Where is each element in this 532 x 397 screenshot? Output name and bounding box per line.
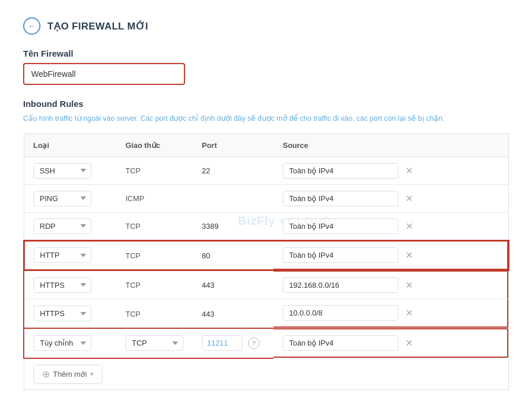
table-row: HTTP TCP 80 ✕ xyxy=(24,240,509,270)
remove-button[interactable]: ✕ xyxy=(403,335,415,351)
remove-button[interactable]: ✕ xyxy=(403,277,415,293)
port-text: 22 xyxy=(202,166,210,175)
port-text: 443 xyxy=(202,281,215,290)
firewall-name-section: Tên Firewall xyxy=(23,49,509,99)
source-input[interactable] xyxy=(283,163,398,179)
add-icon: ⊕ xyxy=(42,369,50,380)
inbound-rules-section: Inbound Rules Cấu hình traffic từ ngoài … xyxy=(23,99,509,390)
col-source: Source xyxy=(274,133,509,157)
page-header: ← TẠO FIREWALL MỚI xyxy=(23,17,509,35)
rule-type-select[interactable]: PING xyxy=(34,191,91,206)
source-input[interactable] xyxy=(283,335,398,351)
remove-button[interactable]: ✕ xyxy=(403,218,415,234)
add-new-label: Thêm mới xyxy=(53,370,87,379)
protocol-text: TCP xyxy=(125,310,141,318)
inbound-rules-desc: Cấu hình traffic từ ngoài vào server. Cá… xyxy=(23,113,509,124)
port-text: 3389 xyxy=(202,222,219,231)
col-giao-thuc: Giao thức xyxy=(116,133,193,157)
protocol-text: TCP xyxy=(125,281,141,290)
table-header-row: Loại Giao thức Port Source xyxy=(24,133,509,157)
rule-type-select[interactable]: SSH xyxy=(34,163,91,179)
port-text: 443 xyxy=(202,310,215,318)
rule-type-select[interactable]: HTTPS xyxy=(34,277,91,293)
remove-button[interactable]: ✕ xyxy=(403,305,415,321)
table-row: RDP TCP 3389 ✕ xyxy=(24,212,509,240)
protocol-text: TCP xyxy=(125,166,141,175)
protocol-select[interactable]: TCP xyxy=(125,335,183,351)
rule-type-select[interactable]: HTTP xyxy=(34,247,91,263)
remove-button[interactable]: ✕ xyxy=(403,191,415,206)
help-button[interactable]: ? xyxy=(248,337,260,349)
table-row: HTTPS TCP 443 ✕ xyxy=(24,270,509,299)
protocol-text: TCP xyxy=(125,222,141,231)
protocol-text: TCP xyxy=(125,251,141,260)
col-port: Port xyxy=(193,133,274,157)
port-input[interactable] xyxy=(202,335,242,351)
table-row: HTTPS TCP 443 ✕ xyxy=(24,299,509,328)
firewall-name-input[interactable] xyxy=(23,63,185,85)
inbound-rules-title: Inbound Rules xyxy=(23,99,509,109)
source-input[interactable] xyxy=(283,247,398,263)
back-icon: ← xyxy=(28,21,36,31)
protocol-text: ICMP xyxy=(125,194,145,203)
chevron-down-icon: ▾ xyxy=(90,370,94,378)
rule-type-select[interactable]: RDP xyxy=(34,218,91,234)
table-row: PING ICMP ✕ xyxy=(24,184,509,212)
add-new-row: ⊕ Thêm mới ▾ xyxy=(24,358,509,390)
port-text: 80 xyxy=(202,251,210,260)
rule-type-select[interactable]: Tùy chỉnh xyxy=(34,335,91,351)
back-button[interactable]: ← xyxy=(23,17,40,35)
source-input[interactable] xyxy=(283,277,398,293)
source-input[interactable] xyxy=(283,191,398,206)
rules-table: Loại Giao thức Port Source SSH TCP 22 xyxy=(23,133,509,390)
table-row: Tùy chỉnh TCP ? xyxy=(24,328,509,358)
page-title: TẠO FIREWALL MỚI xyxy=(47,20,149,32)
source-input[interactable] xyxy=(283,218,398,234)
add-new-button[interactable]: ⊕ Thêm mới ▾ xyxy=(34,365,103,384)
remove-button[interactable]: ✕ xyxy=(403,247,415,263)
firewall-name-label: Tên Firewall xyxy=(23,49,509,58)
rule-type-select[interactable]: HTTPS xyxy=(34,306,91,321)
remove-button[interactable]: ✕ xyxy=(403,163,415,179)
source-input[interactable] xyxy=(283,305,398,321)
table-row: SSH TCP 22 ✕ xyxy=(24,157,509,184)
col-loai: Loại xyxy=(24,133,116,157)
